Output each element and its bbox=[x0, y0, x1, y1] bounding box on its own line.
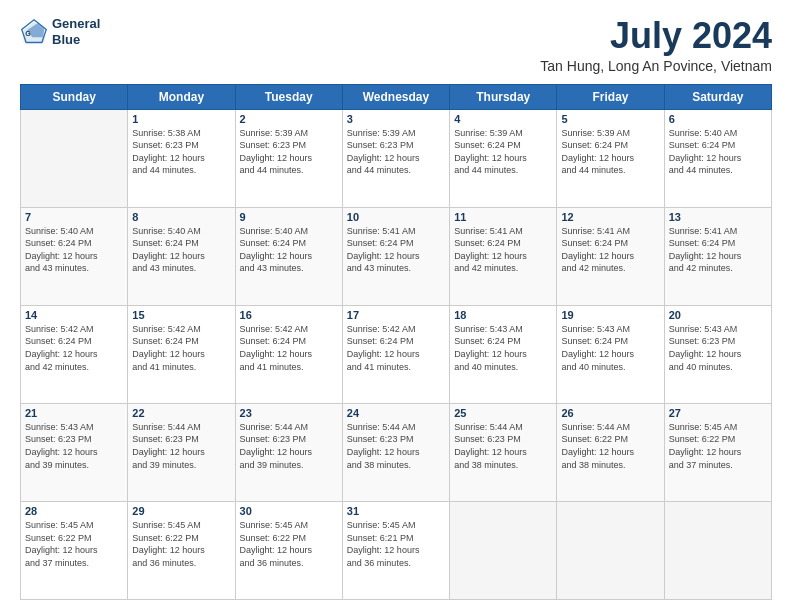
day-number: 4 bbox=[454, 113, 552, 125]
day-number: 9 bbox=[240, 211, 338, 223]
day-number: 16 bbox=[240, 309, 338, 321]
day-info: Sunrise: 5:44 AMSunset: 6:23 PMDaylight:… bbox=[132, 421, 230, 471]
col-friday: Friday bbox=[557, 84, 664, 109]
table-row: 2Sunrise: 5:39 AMSunset: 6:23 PMDaylight… bbox=[235, 109, 342, 207]
day-number: 21 bbox=[25, 407, 123, 419]
header: G General Blue July 2024 Tan Hung, Long … bbox=[20, 16, 772, 74]
day-info: Sunrise: 5:40 AMSunset: 6:24 PMDaylight:… bbox=[25, 225, 123, 275]
col-saturday: Saturday bbox=[664, 84, 771, 109]
week-row-3: 14Sunrise: 5:42 AMSunset: 6:24 PMDayligh… bbox=[21, 305, 772, 403]
day-info: Sunrise: 5:44 AMSunset: 6:22 PMDaylight:… bbox=[561, 421, 659, 471]
table-row: 25Sunrise: 5:44 AMSunset: 6:23 PMDayligh… bbox=[450, 403, 557, 501]
table-row: 19Sunrise: 5:43 AMSunset: 6:24 PMDayligh… bbox=[557, 305, 664, 403]
day-number: 13 bbox=[669, 211, 767, 223]
day-number: 2 bbox=[240, 113, 338, 125]
day-info: Sunrise: 5:39 AMSunset: 6:23 PMDaylight:… bbox=[347, 127, 445, 177]
svg-text:G: G bbox=[25, 29, 31, 36]
calendar-header-row: Sunday Monday Tuesday Wednesday Thursday… bbox=[21, 84, 772, 109]
day-number: 18 bbox=[454, 309, 552, 321]
day-number: 29 bbox=[132, 505, 230, 517]
day-number: 25 bbox=[454, 407, 552, 419]
day-info: Sunrise: 5:41 AMSunset: 6:24 PMDaylight:… bbox=[347, 225, 445, 275]
day-number: 3 bbox=[347, 113, 445, 125]
day-number: 14 bbox=[25, 309, 123, 321]
table-row: 20Sunrise: 5:43 AMSunset: 6:23 PMDayligh… bbox=[664, 305, 771, 403]
day-number: 1 bbox=[132, 113, 230, 125]
table-row: 24Sunrise: 5:44 AMSunset: 6:23 PMDayligh… bbox=[342, 403, 449, 501]
table-row: 8Sunrise: 5:40 AMSunset: 6:24 PMDaylight… bbox=[128, 207, 235, 305]
col-tuesday: Tuesday bbox=[235, 84, 342, 109]
week-row-4: 21Sunrise: 5:43 AMSunset: 6:23 PMDayligh… bbox=[21, 403, 772, 501]
day-info: Sunrise: 5:39 AMSunset: 6:24 PMDaylight:… bbox=[454, 127, 552, 177]
table-row: 1Sunrise: 5:38 AMSunset: 6:23 PMDaylight… bbox=[128, 109, 235, 207]
day-number: 6 bbox=[669, 113, 767, 125]
day-number: 30 bbox=[240, 505, 338, 517]
title-block: July 2024 Tan Hung, Long An Povince, Vie… bbox=[540, 16, 772, 74]
logo: G General Blue bbox=[20, 16, 100, 47]
day-info: Sunrise: 5:38 AMSunset: 6:23 PMDaylight:… bbox=[132, 127, 230, 177]
day-number: 10 bbox=[347, 211, 445, 223]
table-row: 12Sunrise: 5:41 AMSunset: 6:24 PMDayligh… bbox=[557, 207, 664, 305]
col-wednesday: Wednesday bbox=[342, 84, 449, 109]
day-info: Sunrise: 5:43 AMSunset: 6:24 PMDaylight:… bbox=[561, 323, 659, 373]
table-row: 23Sunrise: 5:44 AMSunset: 6:23 PMDayligh… bbox=[235, 403, 342, 501]
table-row: 17Sunrise: 5:42 AMSunset: 6:24 PMDayligh… bbox=[342, 305, 449, 403]
table-row: 13Sunrise: 5:41 AMSunset: 6:24 PMDayligh… bbox=[664, 207, 771, 305]
week-row-1: 1Sunrise: 5:38 AMSunset: 6:23 PMDaylight… bbox=[21, 109, 772, 207]
day-number: 11 bbox=[454, 211, 552, 223]
table-row: 9Sunrise: 5:40 AMSunset: 6:24 PMDaylight… bbox=[235, 207, 342, 305]
col-thursday: Thursday bbox=[450, 84, 557, 109]
day-info: Sunrise: 5:41 AMSunset: 6:24 PMDaylight:… bbox=[669, 225, 767, 275]
day-info: Sunrise: 5:42 AMSunset: 6:24 PMDaylight:… bbox=[347, 323, 445, 373]
week-row-5: 28Sunrise: 5:45 AMSunset: 6:22 PMDayligh… bbox=[21, 501, 772, 599]
logo-icon: G bbox=[20, 18, 48, 46]
day-info: Sunrise: 5:45 AMSunset: 6:21 PMDaylight:… bbox=[347, 519, 445, 569]
table-row bbox=[557, 501, 664, 599]
day-number: 28 bbox=[25, 505, 123, 517]
table-row: 18Sunrise: 5:43 AMSunset: 6:24 PMDayligh… bbox=[450, 305, 557, 403]
day-info: Sunrise: 5:43 AMSunset: 6:23 PMDaylight:… bbox=[669, 323, 767, 373]
day-info: Sunrise: 5:43 AMSunset: 6:23 PMDaylight:… bbox=[25, 421, 123, 471]
day-number: 20 bbox=[669, 309, 767, 321]
day-number: 15 bbox=[132, 309, 230, 321]
table-row: 30Sunrise: 5:45 AMSunset: 6:22 PMDayligh… bbox=[235, 501, 342, 599]
day-info: Sunrise: 5:42 AMSunset: 6:24 PMDaylight:… bbox=[25, 323, 123, 373]
subtitle: Tan Hung, Long An Povince, Vietnam bbox=[540, 58, 772, 74]
table-row: 14Sunrise: 5:42 AMSunset: 6:24 PMDayligh… bbox=[21, 305, 128, 403]
table-row bbox=[450, 501, 557, 599]
table-row: 29Sunrise: 5:45 AMSunset: 6:22 PMDayligh… bbox=[128, 501, 235, 599]
day-number: 31 bbox=[347, 505, 445, 517]
day-info: Sunrise: 5:42 AMSunset: 6:24 PMDaylight:… bbox=[240, 323, 338, 373]
table-row: 15Sunrise: 5:42 AMSunset: 6:24 PMDayligh… bbox=[128, 305, 235, 403]
table-row: 16Sunrise: 5:42 AMSunset: 6:24 PMDayligh… bbox=[235, 305, 342, 403]
day-number: 8 bbox=[132, 211, 230, 223]
day-info: Sunrise: 5:39 AMSunset: 6:24 PMDaylight:… bbox=[561, 127, 659, 177]
table-row: 31Sunrise: 5:45 AMSunset: 6:21 PMDayligh… bbox=[342, 501, 449, 599]
day-number: 26 bbox=[561, 407, 659, 419]
day-info: Sunrise: 5:44 AMSunset: 6:23 PMDaylight:… bbox=[240, 421, 338, 471]
col-sunday: Sunday bbox=[21, 84, 128, 109]
table-row bbox=[664, 501, 771, 599]
main-title: July 2024 bbox=[540, 16, 772, 56]
day-info: Sunrise: 5:41 AMSunset: 6:24 PMDaylight:… bbox=[561, 225, 659, 275]
table-row: 3Sunrise: 5:39 AMSunset: 6:23 PMDaylight… bbox=[342, 109, 449, 207]
day-number: 17 bbox=[347, 309, 445, 321]
day-number: 7 bbox=[25, 211, 123, 223]
day-info: Sunrise: 5:41 AMSunset: 6:24 PMDaylight:… bbox=[454, 225, 552, 275]
day-number: 23 bbox=[240, 407, 338, 419]
day-info: Sunrise: 5:43 AMSunset: 6:24 PMDaylight:… bbox=[454, 323, 552, 373]
day-info: Sunrise: 5:45 AMSunset: 6:22 PMDaylight:… bbox=[240, 519, 338, 569]
table-row: 6Sunrise: 5:40 AMSunset: 6:24 PMDaylight… bbox=[664, 109, 771, 207]
table-row: 28Sunrise: 5:45 AMSunset: 6:22 PMDayligh… bbox=[21, 501, 128, 599]
table-row: 7Sunrise: 5:40 AMSunset: 6:24 PMDaylight… bbox=[21, 207, 128, 305]
logo-line2: Blue bbox=[52, 32, 100, 48]
day-number: 27 bbox=[669, 407, 767, 419]
logo-text-block: General Blue bbox=[52, 16, 100, 47]
page: G General Blue July 2024 Tan Hung, Long … bbox=[0, 0, 792, 612]
table-row: 21Sunrise: 5:43 AMSunset: 6:23 PMDayligh… bbox=[21, 403, 128, 501]
day-number: 22 bbox=[132, 407, 230, 419]
day-info: Sunrise: 5:44 AMSunset: 6:23 PMDaylight:… bbox=[454, 421, 552, 471]
day-info: Sunrise: 5:40 AMSunset: 6:24 PMDaylight:… bbox=[669, 127, 767, 177]
day-number: 19 bbox=[561, 309, 659, 321]
table-row: 26Sunrise: 5:44 AMSunset: 6:22 PMDayligh… bbox=[557, 403, 664, 501]
